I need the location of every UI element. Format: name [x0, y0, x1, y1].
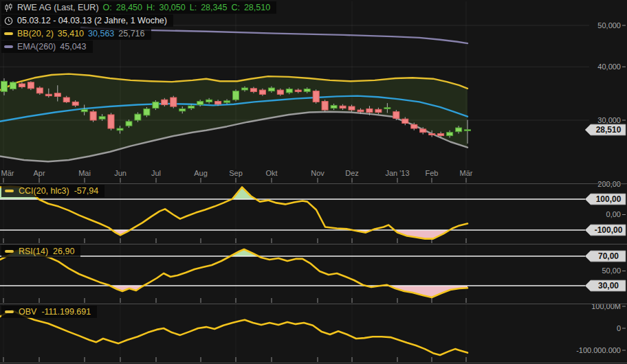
cci-value: -57,94 [74, 186, 98, 196]
date-range: 05.03.12 - 04.03.13 (2 Jahre, 1 Woche) [17, 16, 167, 25]
month-label: Jul [151, 169, 161, 177]
ema-dash-icon [4, 45, 13, 48]
bb-upper-value: 35,410 [58, 29, 84, 38]
bb-legend-row[interactable]: BB(20, 2) 35,410 30,563 25,716 [1, 27, 151, 40]
month-label: Mär [1, 169, 14, 177]
last-price-tag[interactable]: 28,510 [585, 124, 626, 135]
low-label: L: [190, 3, 197, 12]
rsi-value: 26,90 [53, 247, 74, 256]
ema-legend-row[interactable]: EMA(260) 45,043 [1, 41, 93, 53]
obv-name: OBV [19, 307, 36, 317]
month-label: Jun [114, 169, 126, 177]
high-value: 30,050 [159, 3, 185, 12]
rsi-threshold-tag-label: 30,00 [598, 281, 619, 291]
low-value: 28,345 [201, 3, 227, 12]
month-label: Mär [460, 169, 473, 177]
symbol-legend-row[interactable]: RWE AG (Last, EUR) O:28,450 H:30,050 L:2… [1, 1, 276, 14]
cci-dash-icon [5, 190, 14, 192]
obv-legend[interactable]: OBV -111.199.691 [1, 306, 97, 318]
cci-threshold-tag-label: -100,00 [595, 225, 623, 235]
rsi-plot-area[interactable] [0, 244, 589, 299]
main-chart-legend: RWE AG (Last, EUR) O:28,450 H:30,050 L:2… [1, 1, 276, 54]
rsi-threshold-tag: 30,00 [585, 280, 626, 291]
bb-middle-value: 30,563 [88, 29, 114, 38]
obv-value: -111.199.691 [41, 307, 91, 317]
open-label: O: [103, 3, 112, 12]
rsi-name: RSI(14) [19, 247, 48, 256]
bb-lower-value: 25,716 [118, 29, 144, 38]
close-value: 28,510 [244, 3, 270, 12]
cci-legend[interactable]: CCI(20, hlc3) -57,94 [1, 185, 104, 197]
close-label: C: [231, 3, 240, 12]
rsi-legend[interactable]: RSI(14) 26,90 [1, 245, 80, 258]
month-label: Aug [194, 169, 208, 177]
cci-threshold-tag: 100,00 [585, 194, 626, 205]
bb-dash-icon [4, 32, 13, 35]
month-label: Dez [345, 169, 359, 177]
rsi-axis-label: 50,00 [602, 266, 621, 275]
cci-threshold-tag-label: 100,00 [596, 194, 622, 204]
rsi-dash-icon [5, 250, 14, 253]
candlestick-chart-icon [4, 3, 13, 12]
chart-window: 50,00040,00030,000MärAprMaiJunJulAugSepO… [0, 0, 627, 364]
rsi-threshold-tag: 70,00 [585, 251, 626, 262]
obv-axis-label: 0 [617, 324, 621, 332]
month-label: Sep [229, 169, 243, 177]
ema-value: 45,043 [60, 42, 86, 52]
clock-icon [4, 16, 13, 25]
symbol-title: RWE AG (Last, EUR) [17, 3, 99, 12]
obv-dash-icon [5, 310, 14, 313]
date-range-row[interactable]: 05.03.12 - 04.03.13 (2 Jahre, 1 Woche) [1, 14, 173, 27]
open-value: 28,450 [116, 3, 142, 12]
month-label: Nov [311, 169, 324, 177]
cci-name: CCI(20, hlc3) [19, 186, 69, 196]
high-label: H: [146, 3, 155, 12]
month-label: Mai [78, 169, 91, 177]
month-label: Feb [426, 169, 439, 177]
price-axis-label: 50,000 [597, 21, 621, 30]
month-label: Apr [33, 169, 45, 177]
price-axis-label: 40,000 [597, 62, 621, 71]
cci-threshold-tag: -100,00 [585, 225, 626, 236]
cci-axis-label: 0,00 [606, 210, 621, 218]
obv-axis-label: 100,00M [591, 302, 621, 310]
month-label: Okt [265, 169, 277, 177]
rsi-threshold-tag-label: 70,00 [598, 251, 619, 261]
price-axis-label: 30,000 [597, 116, 621, 124]
ema-name: EMA(260) [17, 42, 56, 52]
month-label: Jan '13 [385, 169, 409, 177]
bb-name: BB(20, 2) [17, 29, 54, 38]
last-price-tag-label: 28,510 [596, 125, 622, 135]
